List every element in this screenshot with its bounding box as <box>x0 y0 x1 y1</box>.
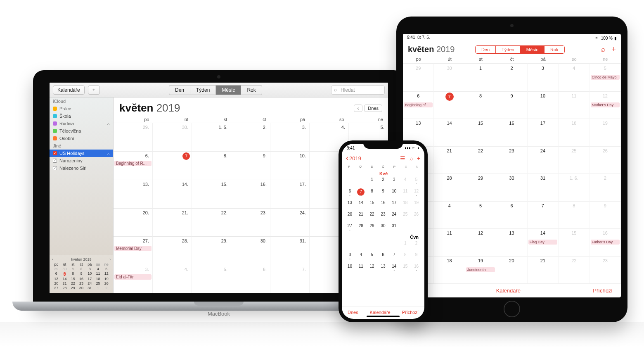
back-button[interactable]: 2019 <box>346 154 361 162</box>
iphone-year-scroll[interactable]: Kvě 123456789101112131415161718192021222… <box>342 169 424 307</box>
calendar-event[interactable]: Father's Day <box>591 240 620 245</box>
calendar-day-cell[interactable]: 20. <box>114 208 153 237</box>
calendar-day-cell[interactable]: 29 <box>465 174 496 201</box>
sidebar-item[interactable]: Tělocvična <box>50 127 113 135</box>
calendar-day-cell[interactable]: 23. <box>231 208 270 237</box>
calendar-day-cell[interactable]: 25 <box>400 212 411 221</box>
mini-prev-button[interactable]: ‹ <box>52 257 53 261</box>
calendar-event[interactable]: Juneteenth <box>466 267 495 272</box>
calendar-day-cell[interactable]: 14 <box>434 119 465 146</box>
calendar-day-cell[interactable]: 10. <box>270 151 310 180</box>
segment-day[interactable]: Den <box>169 86 190 95</box>
sidebar-item[interactable]: ✓Narozeniny <box>50 157 113 164</box>
calendar-day-cell[interactable]: 30. <box>231 236 270 265</box>
calendar-day-cell[interactable]: 15. <box>192 180 231 208</box>
calendar-day-cell[interactable]: 16. <box>231 180 270 208</box>
calendars-button[interactable]: Kalendáře <box>370 310 391 315</box>
calendar-day-cell[interactable]: 31 <box>528 174 559 201</box>
calendar-day-cell[interactable]: 19 <box>590 119 621 146</box>
calendar-day-cell[interactable]: 24. <box>270 208 310 237</box>
calendar-day-cell[interactable]: 3. <box>270 123 310 151</box>
calendar-day-cell[interactable]: 21 <box>528 256 559 284</box>
calendar-day-cell[interactable]: 7. <box>270 265 310 293</box>
calendar-day-cell[interactable]: 16 <box>378 200 389 209</box>
calendar-day-cell[interactable]: 20 <box>344 212 355 221</box>
calendar-day-cell[interactable]: 14Flag Day <box>528 228 559 256</box>
calendar-day-cell[interactable]: 8 <box>465 91 496 119</box>
calendar-day-cell[interactable]: 7 <box>528 201 559 229</box>
calendar-day-cell[interactable]: 23 <box>496 146 527 174</box>
calendars-button[interactable]: Kalendáře <box>53 86 85 95</box>
calendar-day-cell[interactable]: 4 <box>400 177 411 186</box>
calendar-day-cell[interactable]: 18 <box>434 256 465 284</box>
calendar-day-cell[interactable]: 23 <box>590 256 621 284</box>
calendar-day-cell[interactable]: 7 <box>355 188 367 197</box>
today-button[interactable]: Dnes <box>364 105 382 112</box>
prev-button[interactable]: ‹ <box>354 105 363 112</box>
calendar-day-cell[interactable]: 13. <box>114 180 153 208</box>
calendar-day-cell[interactable]: 6 <box>344 188 355 197</box>
mini-next-button[interactable]: › <box>109 257 111 261</box>
calendar-day-cell[interactable]: 5 <box>367 252 378 261</box>
calendar-day-cell[interactable]: 19 <box>411 200 422 209</box>
inbox-button[interactable]: Příchozí <box>402 310 419 315</box>
calendar-day-cell[interactable]: 28 <box>355 223 367 232</box>
calendar-day-cell[interactable]: 7. <box>153 151 192 180</box>
search-icon[interactable]: ⌕ <box>601 45 606 54</box>
calendar-day-cell[interactable]: 17. <box>270 180 310 208</box>
calendar-event[interactable]: Flag Day <box>528 240 557 245</box>
calendar-day-cell[interactable]: 9 <box>378 188 389 197</box>
calendar-day-cell[interactable]: 22 <box>367 212 378 221</box>
calendar-day-cell[interactable]: 11 <box>434 228 465 256</box>
calendar-day-cell[interactable]: 14 <box>355 200 367 209</box>
calendar-day-cell[interactable]: 31. <box>270 236 310 265</box>
inbox-button[interactable]: Příchozí <box>593 288 613 294</box>
home-indicator[interactable] <box>367 316 400 317</box>
sidebar-item[interactable]: Osobní <box>50 135 113 142</box>
calendar-day-cell[interactable]: 8 <box>400 252 411 261</box>
sidebar-item[interactable]: ✓US Holidays⸫ <box>50 150 113 157</box>
calendar-day-cell[interactable]: 26 <box>590 146 621 174</box>
calendar-day-cell[interactable]: 6 <box>378 252 389 261</box>
calendar-day-cell[interactable]: 9 <box>496 91 527 119</box>
calendar-day-cell[interactable]: 12 <box>367 264 378 273</box>
calendar-day-cell[interactable]: 15 <box>559 228 590 256</box>
calendar-day-cell[interactable]: 22. <box>192 208 231 237</box>
calendar-day-cell[interactable]: 4 <box>355 252 367 261</box>
add-button[interactable]: + <box>611 45 616 54</box>
segment-year[interactable]: Rok <box>545 46 564 53</box>
calendar-event[interactable]: Memorial Day <box>114 246 152 251</box>
calendar-day-cell[interactable]: 1. 5. <box>192 123 231 151</box>
calendar-day-cell[interactable]: 16Father's Day <box>590 228 621 256</box>
calendar-day-cell[interactable]: 14. <box>153 180 192 208</box>
segment-month[interactable]: Měsíc <box>521 46 545 53</box>
sidebar-item[interactable]: Rodina⸫ <box>50 120 113 127</box>
calendar-day-cell[interactable]: 27.Memorial Day <box>114 236 153 265</box>
calendar-day-cell[interactable]: 9 <box>590 201 621 229</box>
calendar-day-cell[interactable]: 6. <box>231 265 270 293</box>
segment-year[interactable]: Rok <box>241 86 261 95</box>
calendar-day-cell[interactable]: 8. <box>192 151 231 180</box>
calendar-event[interactable]: Beginning of Ra... <box>404 102 433 107</box>
calendar-day-cell[interactable]: 31 <box>388 223 400 232</box>
calendar-day-cell[interactable]: 1 <box>400 240 411 250</box>
calendar-day-cell[interactable]: 22 <box>465 146 496 174</box>
calendar-day-cell[interactable]: 1 <box>367 177 378 186</box>
calendar-day-cell[interactable]: 21 <box>434 146 465 174</box>
calendar-day-cell[interactable]: 29 <box>367 223 378 232</box>
calendar-day-cell[interactable]: 11 <box>400 188 411 197</box>
calendar-day-cell[interactable]: 11 <box>559 91 590 119</box>
home-button[interactable] <box>504 301 520 317</box>
calendar-day-cell[interactable]: 24 <box>388 212 400 221</box>
search-icon[interactable]: ⌕ <box>410 155 413 162</box>
calendar-day-cell[interactable]: 27 <box>344 223 355 232</box>
calendar-day-cell[interactable]: 6 <box>496 201 527 229</box>
calendar-day-cell[interactable]: 10 <box>528 91 559 119</box>
calendar-day-cell[interactable]: 3 <box>388 177 400 186</box>
today-button[interactable]: Dnes <box>348 310 358 315</box>
calendar-day-cell[interactable]: 10 <box>388 188 400 197</box>
calendar-day-cell[interactable]: 1 <box>465 64 496 91</box>
calendar-day-cell[interactable]: 8 <box>559 201 590 229</box>
add-button[interactable]: + <box>88 86 100 95</box>
calendar-day-cell[interactable]: 22 <box>559 256 590 284</box>
